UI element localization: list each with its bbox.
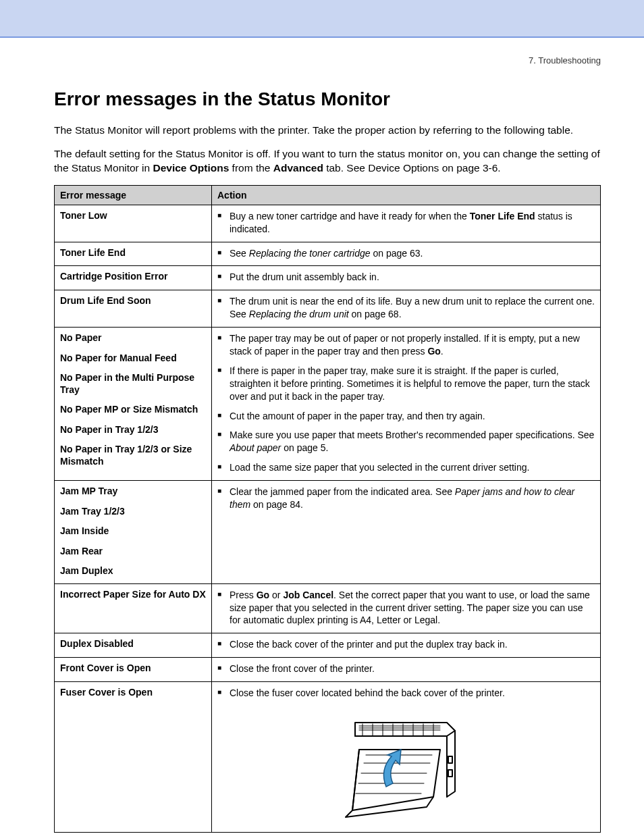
error-message: Cartridge Position Error — [60, 271, 206, 283]
page-title: Error messages in the Status Monitor — [54, 88, 601, 110]
action-item: The paper tray may be out of paper or no… — [217, 332, 595, 358]
action-cell: Put the drum unit assembly back in. — [212, 266, 601, 290]
error-message: No Paper in the Multi Purpose Tray — [60, 372, 206, 396]
error-cell: Fuser Cover is Open — [55, 682, 212, 833]
error-message: Jam MP Tray — [60, 486, 206, 498]
table-row: Toner LowBuy a new toner cartridge and h… — [55, 205, 601, 242]
page-content: 7. Troubleshooting Error messages in the… — [0, 38, 644, 834]
error-message: Jam Inside — [60, 525, 206, 538]
action-cell: The drum unit is near the end of its lif… — [212, 290, 601, 328]
error-message: No Paper — [60, 332, 206, 344]
breadcrumb: 7. Troubleshooting — [54, 55, 601, 66]
error-message: Toner Low — [60, 210, 206, 222]
error-cell: Front Cover is Open — [55, 658, 212, 682]
error-message: Incorrect Paper Size for Auto DX — [60, 589, 206, 601]
error-table: Error message Action Toner LowBuy a new … — [54, 185, 601, 833]
printer-illustration — [339, 709, 474, 824]
action-cell: Close the front cover of the printer. — [212, 658, 601, 682]
error-message: No Paper for Manual Feed — [60, 353, 206, 365]
action-item: See Replacing the toner cartridge on pag… — [217, 247, 595, 260]
table-row: Duplex DisabledClose the back cover of t… — [55, 633, 601, 658]
action-item: Cut the amount of paper in the paper tra… — [217, 410, 595, 423]
error-message: Toner Life End — [60, 247, 206, 259]
error-cell: Duplex Disabled — [55, 633, 212, 658]
error-message: Fuser Cover is Open — [60, 687, 206, 699]
action-item: Clear the jammed paper from the indicate… — [217, 486, 595, 511]
action-item: Close the back cover of the printer and … — [217, 638, 595, 651]
action-item: Buy a new toner cartridge and have it re… — [217, 210, 595, 236]
action-cell: See Replacing the toner cartridge on pag… — [212, 242, 601, 266]
error-message: Jam Rear — [60, 546, 206, 558]
table-row: No PaperNo Paper for Manual FeedNo Paper… — [55, 328, 601, 481]
printer-diagram — [217, 709, 595, 826]
action-item: Close the fuser cover located behind the… — [217, 687, 595, 700]
action-item: Make sure you use paper that meets Broth… — [217, 429, 595, 454]
action-item: If there is paper in the paper tray, mak… — [217, 365, 595, 403]
action-item: Load the same size paper that you select… — [217, 461, 595, 474]
table-row: Fuser Cover is OpenClose the fuser cover… — [55, 682, 601, 833]
error-message: Drum Life End Soon — [60, 295, 206, 307]
intro-paragraph: The Status Monitor will report problems … — [54, 124, 601, 138]
svg-rect-1 — [448, 770, 452, 777]
intro-paragraph: The default setting for the Status Monit… — [54, 147, 601, 176]
table-row: Front Cover is OpenClose the front cover… — [55, 658, 601, 682]
error-cell: Jam MP TrayJam Tray 1/2/3Jam InsideJam R… — [55, 481, 212, 584]
error-message: No Paper in Tray 1/2/3 or Size Mismatch — [60, 444, 206, 467]
error-message: Duplex Disabled — [60, 638, 206, 650]
svg-rect-0 — [448, 756, 452, 763]
col-header-error: Error message — [55, 185, 212, 205]
error-cell: Toner Life End — [55, 242, 212, 266]
top-header-bar — [0, 0, 644, 36]
error-message: Jam Tray 1/2/3 — [60, 506, 206, 518]
error-cell: Incorrect Paper Size for Auto DX — [55, 583, 212, 633]
error-cell: Cartridge Position Error — [55, 266, 212, 290]
action-cell: Press Go or Job Cancel. Set the correct … — [212, 583, 601, 633]
action-cell: The paper tray may be out of paper or no… — [212, 328, 601, 481]
action-cell: Close the back cover of the printer and … — [212, 633, 601, 658]
error-cell: Drum Life End Soon — [55, 290, 212, 328]
table-row: Jam MP TrayJam Tray 1/2/3Jam InsideJam R… — [55, 481, 601, 584]
action-item: Close the front cover of the printer. — [217, 662, 595, 675]
action-cell: Close the fuser cover located behind the… — [212, 682, 601, 833]
action-cell: Clear the jammed paper from the indicate… — [212, 481, 601, 584]
table-row: Toner Life EndSee Replacing the toner ca… — [55, 242, 601, 266]
error-cell: No PaperNo Paper for Manual FeedNo Paper… — [55, 328, 212, 481]
error-message: Jam Duplex — [60, 565, 206, 577]
error-cell: Toner Low — [55, 205, 212, 242]
table-row: Incorrect Paper Size for Auto DXPress Go… — [55, 583, 601, 633]
action-item: Press Go or Job Cancel. Set the correct … — [217, 589, 595, 627]
table-row: Cartridge Position ErrorPut the drum uni… — [55, 266, 601, 290]
error-message: No Paper in Tray 1/2/3 — [60, 424, 206, 436]
action-item: The drum unit is near the end of its lif… — [217, 295, 595, 321]
action-item: Put the drum unit assembly back in. — [217, 271, 595, 284]
table-row: Drum Life End SoonThe drum unit is near … — [55, 290, 601, 328]
error-message: No Paper MP or Size Mismatch — [60, 404, 206, 416]
action-cell: Buy a new toner cartridge and have it re… — [212, 205, 601, 242]
error-message: Front Cover is Open — [60, 662, 206, 675]
col-header-action: Action — [212, 185, 601, 205]
